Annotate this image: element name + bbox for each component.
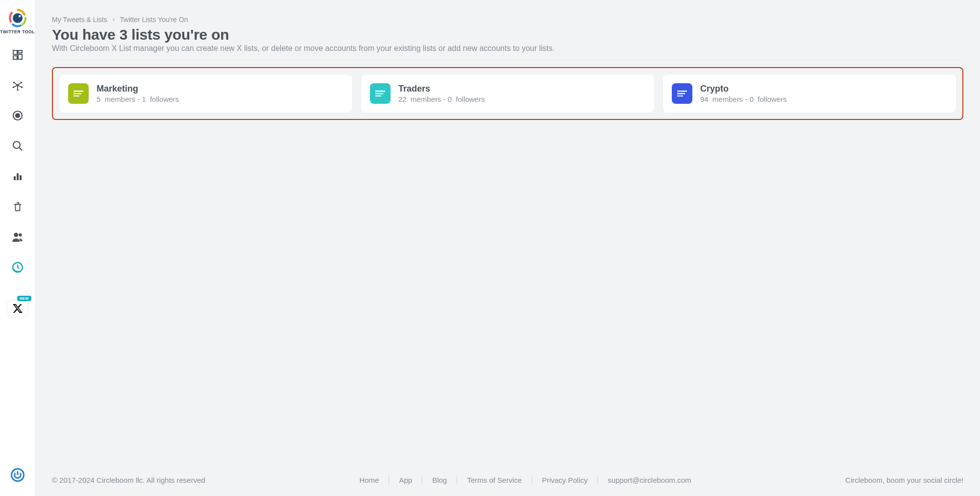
logo-icon <box>8 8 27 27</box>
svg-rect-3 <box>18 50 22 53</box>
power-icon[interactable] <box>10 468 25 484</box>
lists-grid-highlighted: Marketing 5 members - 1 followers Trad <box>52 67 963 120</box>
svg-point-20 <box>14 233 18 237</box>
svg-rect-33 <box>677 95 683 96</box>
trash-icon[interactable] <box>11 200 24 213</box>
svg-rect-30 <box>375 95 381 96</box>
list-icon <box>672 83 692 104</box>
list-card[interactable]: Traders 22 members - 0 followers <box>361 74 655 113</box>
footer-copyright: © 2017-2024 Circleboom llc. All rights r… <box>52 476 205 484</box>
footer-link-privacy[interactable]: Privacy Policy <box>532 476 598 484</box>
footer-tagline: Circleboom, boom your social circle! <box>845 476 963 484</box>
footer-link-support[interactable]: support@circleboom.com <box>598 476 701 484</box>
list-info: Marketing 5 members - 1 followers <box>97 84 179 103</box>
list-icon <box>370 83 391 104</box>
breadcrumb-current: Twitter Lists You're On <box>120 16 188 24</box>
svg-rect-17 <box>17 173 19 180</box>
network-icon[interactable] <box>11 78 24 92</box>
list-meta: 94 members - 0 followers <box>700 95 786 103</box>
footer-link-tos[interactable]: Terms of Service <box>457 476 532 484</box>
chevron-right-icon <box>111 16 116 24</box>
list-icon <box>68 83 89 104</box>
analytics-icon[interactable] <box>11 169 24 183</box>
page-subtitle: With Circleboom X List manager you can c… <box>52 44 963 53</box>
svg-point-14 <box>13 142 20 148</box>
brand-logo[interactable]: TWITTER TOOL <box>0 8 35 34</box>
svg-rect-31 <box>677 91 687 92</box>
footer: © 2017-2024 Circleboom llc. All rights r… <box>35 466 980 496</box>
breadcrumb-parent[interactable]: My Tweets & Lists <box>52 16 107 24</box>
dashboard-icon[interactable] <box>11 48 24 62</box>
svg-point-21 <box>19 233 22 236</box>
breadcrumb: My Tweets & Lists Twitter Lists You're O… <box>52 16 963 24</box>
list-name: Traders <box>398 84 485 94</box>
svg-rect-2 <box>13 50 17 54</box>
new-badge: NEW <box>17 296 31 301</box>
list-name: Crypto <box>700 84 786 94</box>
svg-rect-16 <box>14 176 16 180</box>
footer-links: Home App Blog Terms of Service Privacy P… <box>205 476 845 484</box>
search-icon[interactable] <box>11 139 24 153</box>
svg-rect-32 <box>677 93 685 94</box>
svg-rect-19 <box>15 204 20 211</box>
list-info: Traders 22 members - 0 followers <box>398 84 485 103</box>
schedule-icon[interactable] <box>11 260 24 274</box>
list-meta: 22 members - 0 followers <box>398 95 485 103</box>
main: My Tweets & Lists Twitter Lists You're O… <box>35 0 980 496</box>
svg-rect-28 <box>375 91 385 92</box>
target-icon[interactable] <box>11 109 24 122</box>
svg-rect-29 <box>375 93 383 94</box>
list-card[interactable]: Crypto 94 members - 0 followers <box>662 74 956 113</box>
svg-rect-5 <box>13 56 17 59</box>
svg-rect-18 <box>20 175 22 180</box>
svg-point-1 <box>18 15 20 17</box>
footer-link-blog[interactable]: Blog <box>422 476 457 484</box>
x-social-icon[interactable]: NEW <box>7 300 28 317</box>
svg-rect-4 <box>18 54 22 59</box>
sidebar-nav: NEW <box>7 48 28 317</box>
list-card[interactable]: Marketing 5 members - 1 followers <box>59 74 353 113</box>
brand-name: TWITTER TOOL <box>0 29 35 34</box>
list-info: Crypto 94 members - 0 followers <box>700 84 786 103</box>
svg-line-15 <box>19 147 22 150</box>
footer-link-home[interactable]: Home <box>349 476 389 484</box>
svg-point-0 <box>13 13 23 23</box>
people-icon[interactable] <box>11 230 24 244</box>
divider <box>52 60 963 60</box>
sidebar: TWITTER TOOL <box>0 0 35 496</box>
content: My Tweets & Lists Twitter Lists You're O… <box>35 0 980 466</box>
page-title: You have 3 lists you're on <box>52 26 963 43</box>
list-name: Marketing <box>97 84 179 94</box>
svg-rect-26 <box>74 93 81 94</box>
svg-rect-27 <box>74 95 79 96</box>
list-meta: 5 members - 1 followers <box>97 95 179 103</box>
svg-rect-25 <box>74 91 83 92</box>
svg-point-13 <box>16 114 20 118</box>
footer-link-app[interactable]: App <box>389 476 422 484</box>
